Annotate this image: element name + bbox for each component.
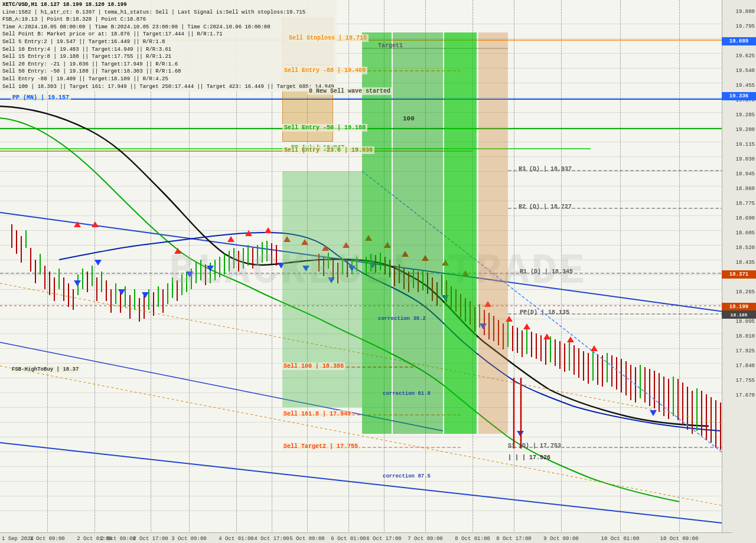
- price-label: 17.755: [736, 378, 755, 384]
- price-label: 18.435: [736, 260, 755, 266]
- entry23-label: Sell Entry -23.6 | 19.036: [282, 146, 374, 154]
- green-zone-mid: [282, 171, 362, 407]
- info-line: Sell 15 Entry:8 | 19.188 || Target:17.75…: [2, 53, 334, 61]
- entry50-label: Sell Entry -50 | 19.188: [282, 124, 367, 132]
- pp-d-label: PP(D) | 18.135: [520, 309, 569, 316]
- info-line: Sell 100 | 18.303 || Target 161: 17.949 …: [2, 83, 334, 91]
- info-line: Line:1582 | h1_atr_ct: 0.1397 | tema_h1_…: [2, 9, 334, 17]
- sell-target2-label: Sell Target2 | 17.755: [282, 443, 359, 450]
- fsb-label: FSB-HighToBuy | 18.37: [11, 366, 80, 373]
- price-label: 17.925: [736, 348, 755, 354]
- entry88-label: Sell Entry -88 | 19.409: [282, 67, 367, 74]
- time-label: 4 Oct 17:00: [254, 536, 289, 542]
- price-label: 19.115: [736, 142, 755, 148]
- time-label: 9 Oct 09:00: [543, 536, 578, 542]
- info-line: Sell 10 Entry:4 | 19.483 || Target:14.94…: [2, 46, 334, 54]
- time-label: 10 Oct 01:00: [601, 536, 640, 542]
- sell161-label: Sell 161.8 | 17.949: [282, 410, 352, 418]
- time-label: 8 Oct 17:00: [496, 536, 531, 542]
- price-label: 18.265: [736, 289, 755, 295]
- green-zone-3: [444, 32, 477, 434]
- correction87-label: correction 87.5: [383, 473, 431, 479]
- time-label: 8 Oct 01:00: [455, 536, 490, 542]
- time-label: 3 Oct 09:00: [171, 536, 206, 542]
- s1-label: S1 (D) | 17.753: [508, 443, 561, 449]
- info-line: Time A:2024.10.05 08:00:00 | Time B:2024…: [2, 24, 334, 31]
- green-zone-2: [393, 32, 443, 434]
- price-axis: 19.88019.79519.71019.62519.54019.45519.3…: [722, 0, 756, 543]
- price-label: 18.945: [736, 171, 755, 177]
- orange-zone-bottom: [478, 32, 508, 434]
- r3-label: R3 (D) | 18.937: [519, 166, 572, 172]
- info-lines: Line:1582 | h1_atr_ct: 0.1397 | tema_h1_…: [2, 9, 334, 91]
- time-label: 2 Oct 17:00: [133, 536, 168, 542]
- time-label: 2 Oct 09:00: [100, 536, 135, 542]
- price-label: 17.670: [736, 392, 755, 398]
- time-label: 6 Oct 01:00: [331, 536, 366, 542]
- price-label: 18.605: [736, 230, 755, 236]
- grid-line-h: [0, 466, 732, 467]
- price-label: 18.520: [736, 245, 755, 251]
- price-label: 18.775: [736, 201, 755, 207]
- price-label: 17.840: [736, 363, 755, 369]
- price-label: 19.200: [736, 127, 755, 133]
- time-label: 10 Oct 09:00: [660, 536, 699, 542]
- price-label: 19.285: [736, 112, 755, 118]
- chart-title: XETC/USD,H1 18.127 18.199 18.120 18.199: [2, 1, 334, 9]
- time-axis: 1 Sep 20241 Oct 09:002 Oct 01:002 Oct 09…: [0, 532, 732, 543]
- price-badge-19336: 19.336: [722, 92, 756, 100]
- grid-line-v: [620, 0, 621, 543]
- info-line: Sell 5 Entry:2 | 19.547 || Target:16.449…: [2, 38, 334, 46]
- price-label: 18.860: [736, 186, 755, 192]
- sell100-label: Sell 100 | 18.388: [282, 362, 345, 370]
- grid-line-h: [0, 481, 732, 482]
- price-label: 19.540: [736, 68, 755, 74]
- price-badge-18371: 18.371: [722, 270, 756, 279]
- pp-mn-label: PP (MN) | 19.157: [11, 94, 71, 102]
- info-panel: XETC/USD,H1 18.127 18.199 18.120 18.199 …: [0, 0, 337, 91]
- price-label: 19.795: [736, 24, 755, 30]
- price-label: 18.690: [736, 215, 755, 221]
- grid-line-h: [0, 437, 732, 437]
- time-label: 1 Oct 09:00: [30, 536, 64, 542]
- price-label: 18.095: [736, 319, 755, 325]
- time-label: 5 Oct 09:00: [289, 536, 324, 542]
- price-label: 19.455: [736, 83, 755, 89]
- time-label: 1 Sep 2024: [2, 536, 34, 542]
- r1-label: R1 (D) | 18.345: [520, 269, 573, 275]
- grid-line-h: [0, 496, 732, 496]
- correction61-label: correction 61.8: [383, 391, 431, 397]
- target1-label: Target1: [378, 42, 403, 49]
- val100-label: 100: [403, 115, 415, 122]
- time-label: 7 Oct 09:00: [408, 536, 442, 542]
- new-sell-wave-label: 0 New Sell wave started: [307, 87, 392, 95]
- price-label: 19.030: [736, 156, 755, 162]
- price-badge-18189: 18.189: [722, 310, 756, 319]
- r2-label: R2 (D) | 18.727: [519, 204, 572, 210]
- info-line: Sell Entry -88 | 19.409 || Target:18.109…: [2, 76, 334, 83]
- grid-line-h: [0, 452, 732, 452]
- price-label: 19.625: [736, 53, 755, 59]
- price-badge-18199: 18.199: [722, 303, 756, 311]
- time-label: 4 Oct 01:00: [219, 536, 253, 542]
- correction38-label: correction 38.2: [378, 316, 426, 322]
- stoploss-label: Sell Stoploss | 19.715: [287, 34, 369, 42]
- price-label: 18.010: [736, 333, 755, 339]
- time-label: 6 Oct 17:00: [366, 536, 401, 542]
- grid-line-h: [0, 511, 732, 511]
- grid-line-v: [679, 0, 680, 543]
- price-label: 19.880: [736, 9, 755, 15]
- chart-container: BLACKBULL TRADE: [0, 0, 756, 543]
- info-line: Sell Point B: Market price or at: 18.876…: [2, 31, 334, 38]
- price-badge-19689: 19.689: [722, 37, 756, 45]
- info-line: FSB_A:19.13 | Point B:18.328 | Point C:1…: [2, 16, 334, 24]
- val-17926-label: | | | 17.926: [508, 454, 550, 461]
